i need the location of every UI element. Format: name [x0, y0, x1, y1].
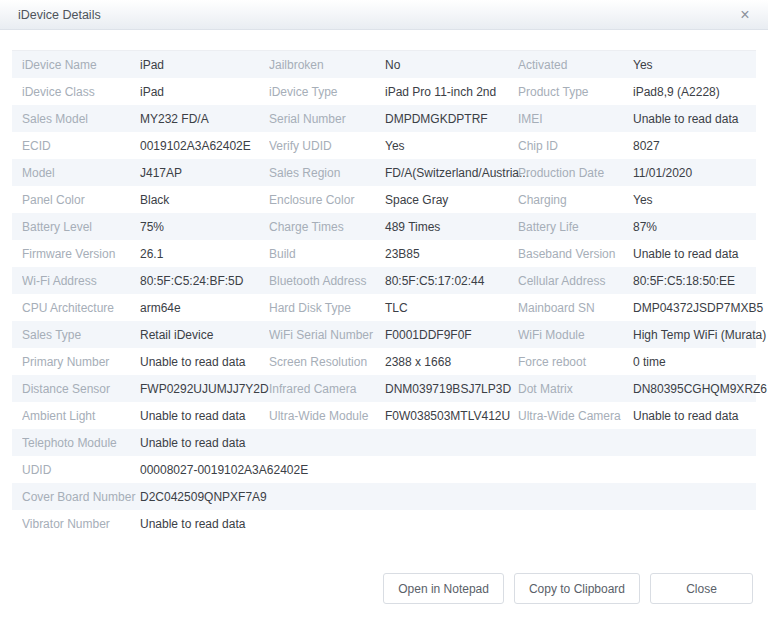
field-value-dot-matrix: DN80395CGHQM9XRZ6 — [633, 382, 767, 396]
dialog-title: iDevice Details — [18, 8, 734, 22]
field-value-jailbroken: No — [385, 58, 518, 72]
field-label-model: Model — [22, 166, 140, 180]
field-label-wifi-module: WiFi Module — [518, 328, 633, 342]
field-value-wi-fi-address: 80:5F:C5:24:BF:5D — [140, 274, 269, 288]
field-value-activated: Yes — [633, 58, 756, 72]
field-label-charge-times: Charge Times — [269, 220, 385, 234]
field-label-baseband-version: Baseband Version — [518, 247, 633, 261]
table-row: iDevice NameiPadJailbrokenNoActivatedYes — [12, 51, 756, 78]
field-label-sales-type: Sales Type — [22, 328, 140, 342]
field-label-sales-region: Sales Region — [269, 166, 385, 180]
field-value-ultra-wide-module: F0W038503MTLV412U — [385, 409, 518, 423]
field-value-firmware-version: 26.1 — [140, 247, 269, 261]
field-value-enclosure-color: Space Gray — [385, 193, 518, 207]
field-label-ambient-light: Ambient Light — [22, 409, 140, 423]
field-value-build: 23B85 — [385, 247, 518, 261]
field-value-verify-udid: Yes — [385, 139, 518, 153]
table-row: CPU Architecturearm64eHard Disk TypeTLCM… — [12, 294, 756, 321]
field-label-cover-board-number: Cover Board Number — [22, 490, 140, 504]
field-value-sales-type: Retail iDevice — [140, 328, 269, 342]
copy-to-clipboard-button[interactable]: Copy to Clipboard — [514, 573, 640, 604]
field-label-idevice-name: iDevice Name — [22, 58, 140, 72]
field-label-charging: Charging — [518, 193, 633, 207]
field-label-enclosure-color: Enclosure Color — [269, 193, 385, 207]
field-label-production-date: Production Date — [518, 166, 633, 180]
close-icon[interactable]: × — [734, 4, 756, 26]
field-label-hard-disk-type: Hard Disk Type — [269, 301, 385, 315]
field-label-primary-number: Primary Number — [22, 355, 140, 369]
table-row: Firmware Version26.1Build23B85Baseband V… — [12, 240, 756, 267]
field-label-battery-level: Battery Level — [22, 220, 140, 234]
field-value-sales-region: FD/A(Switzerland/Austria... — [385, 166, 518, 180]
field-value-serial-number: DMPDMGKDPTRF — [385, 112, 518, 126]
field-label-firmware-version: Firmware Version — [22, 247, 140, 261]
table-row: iDevice ClassiPadiDevice TypeiPad Pro 11… — [12, 78, 756, 105]
field-value-bluetooth-address: 80:5F:C5:17:02:44 — [385, 274, 518, 288]
field-label-sales-model: Sales Model — [22, 112, 140, 126]
table-row: Primary NumberUnable to read dataScreen … — [12, 348, 756, 375]
field-value-charge-times: 489 Times — [385, 220, 518, 234]
device-details-table: iDevice NameiPadJailbrokenNoActivatedYes… — [12, 50, 756, 537]
table-row: Battery Level75%Charge Times489 TimesBat… — [12, 213, 756, 240]
field-value-ultra-wide-camera: Unable to read data — [633, 409, 756, 423]
field-value-mainboard-sn: DMP04372JSDP7MXB5 — [633, 301, 763, 315]
field-label-activated: Activated — [518, 58, 633, 72]
field-label-wifi-serial-number: WiFi Serial Number — [269, 328, 385, 342]
field-value-distance-sensor: FWP0292UJUMJJ7Y2D — [140, 382, 269, 396]
field-value-force-reboot: 0 time — [633, 355, 756, 369]
table-row: Cover Board NumberD2C042509QNPXF7A9 — [12, 483, 756, 510]
table-row: Sales ModelMY232 FD/ASerial NumberDMPDMG… — [12, 105, 756, 132]
field-value-charging: Yes — [633, 193, 756, 207]
field-label-mainboard-sn: Mainboard SN — [518, 301, 633, 315]
close-button[interactable]: Close — [650, 573, 753, 604]
field-label-infrared-camera: Infrared Camera — [269, 382, 385, 396]
field-label-imei: IMEI — [518, 112, 633, 126]
field-label-jailbroken: Jailbroken — [269, 58, 385, 72]
field-label-ultra-wide-module: Ultra-Wide Module — [269, 409, 385, 423]
field-label-vibrator-number: Vibrator Number — [22, 517, 140, 531]
field-value-battery-life: 87% — [633, 220, 756, 234]
table-row: ECID0019102A3A62402EVerify UDIDYesChip I… — [12, 132, 756, 159]
field-label-verify-udid: Verify UDID — [269, 139, 385, 153]
field-value-cover-board-number: D2C042509QNPXF7A9 — [140, 490, 756, 504]
field-label-idevice-type: iDevice Type — [269, 85, 385, 99]
field-value-battery-level: 75% — [140, 220, 269, 234]
field-value-production-date: 11/01/2020 — [633, 166, 756, 180]
field-value-ambient-light: Unable to read data — [140, 409, 269, 423]
table-row: UDID00008027-0019102A3A62402E — [12, 456, 756, 483]
field-label-battery-life: Battery Life — [518, 220, 633, 234]
dialog-footer: Open in NotepadCopy to ClipboardClose — [383, 573, 753, 604]
field-value-wifi-serial-number: F0001DDF9F0F — [385, 328, 518, 342]
field-value-chip-id: 8027 — [633, 139, 756, 153]
field-label-build: Build — [269, 247, 385, 261]
field-label-chip-id: Chip ID — [518, 139, 633, 153]
field-value-screen-resolution: 2388 x 1668 — [385, 355, 518, 369]
field-label-udid: UDID — [22, 463, 140, 477]
field-value-product-type: iPad8,9 (A2228) — [633, 85, 756, 99]
field-label-panel-color: Panel Color — [22, 193, 140, 207]
field-value-idevice-type: iPad Pro 11-inch 2nd — [385, 85, 518, 99]
table-row: Ambient LightUnable to read dataUltra-Wi… — [12, 402, 756, 429]
table-row: Distance SensorFWP0292UJUMJJ7Y2DInfrared… — [12, 375, 756, 402]
open-in-notepad-button[interactable]: Open in Notepad — [383, 573, 504, 604]
table-row: ModelJ417APSales RegionFD/A(Switzerland/… — [12, 159, 756, 186]
field-label-dot-matrix: Dot Matrix — [518, 382, 633, 396]
table-row: Wi-Fi Address80:5F:C5:24:BF:5DBluetooth … — [12, 267, 756, 294]
field-value-idevice-name: iPad — [140, 58, 269, 72]
field-label-ultra-wide-camera: Ultra-Wide Camera — [518, 409, 633, 423]
field-value-telephoto-module: Unable to read data — [140, 436, 756, 450]
field-value-infrared-camera: DNM039719BSJ7LP3D — [385, 382, 518, 396]
field-value-sales-model: MY232 FD/A — [140, 112, 269, 126]
field-label-cellular-address: Cellular Address — [518, 274, 633, 288]
field-label-distance-sensor: Distance Sensor — [22, 382, 140, 396]
field-label-serial-number: Serial Number — [269, 112, 385, 126]
field-value-baseband-version: Unable to read data — [633, 247, 756, 261]
field-value-imei: Unable to read data — [633, 112, 756, 126]
field-label-product-type: Product Type — [518, 85, 633, 99]
field-value-cpu-architecture: arm64e — [140, 301, 269, 315]
field-value-idevice-class: iPad — [140, 85, 269, 99]
field-label-cpu-architecture: CPU Architecture — [22, 301, 140, 315]
field-value-panel-color: Black — [140, 193, 269, 207]
field-label-bluetooth-address: Bluetooth Address — [269, 274, 385, 288]
field-value-wifi-module: High Temp WiFi (Murata) — [633, 328, 766, 342]
